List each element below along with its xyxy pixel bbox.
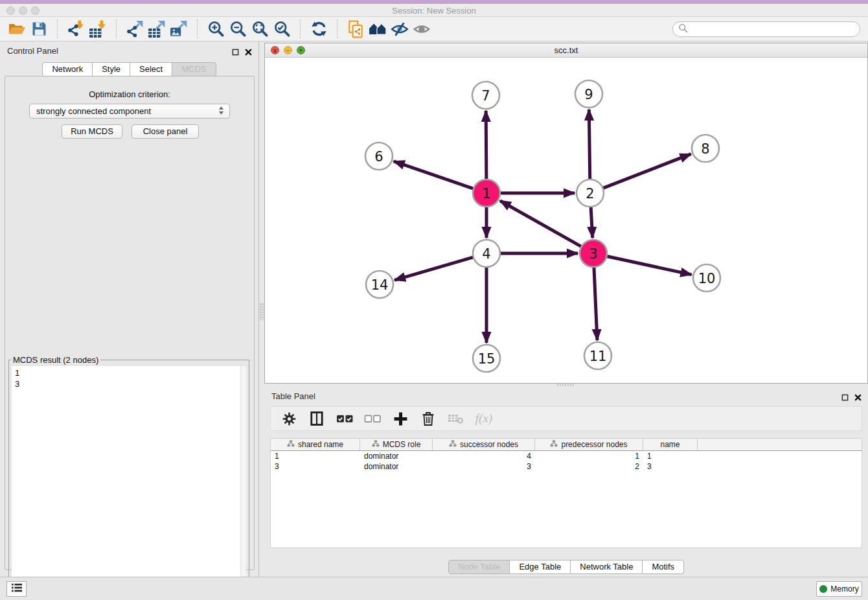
list-icon (10, 583, 23, 595)
graph-node-8[interactable]: 8 (692, 135, 719, 162)
gear-icon[interactable] (279, 409, 299, 428)
criterion-value: strongly connected component (36, 106, 151, 116)
toolbar-group (339, 19, 439, 40)
graph-node-9[interactable]: 9 (575, 80, 602, 108)
columns-icon[interactable] (307, 409, 326, 428)
duplicate-network-icon[interactable] (345, 19, 367, 40)
result-scrollbar[interactable] (240, 366, 246, 596)
tab-network[interactable]: Network (42, 62, 93, 76)
apply-layout-icon[interactable] (308, 19, 330, 40)
edge-2-8[interactable] (598, 154, 691, 190)
add-row-icon[interactable] (391, 409, 410, 428)
node-label: 8 (701, 141, 709, 157)
tab-mcds[interactable]: MCDS (172, 62, 216, 76)
tab-network-table[interactable]: Network Table (571, 560, 643, 574)
close-panel-icon[interactable] (245, 47, 252, 58)
criterion-select[interactable]: strongly connected component (29, 104, 230, 119)
deselect-all-icon[interactable] (363, 409, 382, 428)
mcds-result-text[interactable]: 1 3 (12, 366, 246, 389)
save-session-icon[interactable] (28, 19, 50, 40)
edge-3-1[interactable] (500, 201, 586, 249)
edge-3-10[interactable] (602, 255, 692, 275)
zoom-out-icon[interactable] (227, 19, 249, 40)
graph-node-14[interactable]: 14 (366, 271, 393, 298)
table-header-row: shared nameMCDS rolesuccessor nodesprede… (271, 439, 862, 451)
table-cell[interactable]: 1 (535, 451, 643, 461)
hide-panel-icon[interactable] (389, 19, 411, 40)
zoom-selected-icon[interactable] (271, 19, 293, 40)
graph-node-6[interactable]: 6 (365, 143, 393, 170)
table-cell[interactable]: 3 (433, 461, 535, 472)
table-cell[interactable]: dominator (360, 451, 433, 461)
graph-node-2[interactable]: 2 (577, 179, 604, 207)
edge-3-11[interactable] (594, 262, 597, 340)
float-panel-icon[interactable] (841, 392, 849, 404)
tab-edge-table[interactable]: Edge Table (510, 560, 571, 574)
close-panel-button[interactable]: Close panel (131, 124, 199, 139)
node-label: 11 (589, 349, 607, 364)
column-header-successor-nodes[interactable]: successor nodes (433, 439, 535, 450)
graph-node-11[interactable]: 11 (584, 342, 611, 369)
table-cell[interactable]: dominator (360, 461, 433, 472)
export-network-icon[interactable] (124, 19, 146, 40)
select-all-icon[interactable] (335, 409, 354, 428)
splitter-grip[interactable] (557, 384, 574, 386)
edge-1-6[interactable] (394, 161, 479, 190)
show-panel-icon[interactable] (411, 19, 433, 40)
open-session-icon[interactable] (6, 19, 28, 40)
column-header-predecessor-nodes[interactable]: predecessor nodes (535, 439, 643, 450)
export-image-icon[interactable] (168, 19, 190, 40)
export-table-icon[interactable] (146, 19, 168, 40)
home-icon[interactable] (367, 19, 389, 40)
edge-4-14[interactable] (394, 256, 478, 281)
table-cell[interactable]: 3 (643, 461, 698, 472)
column-header-name[interactable]: name (643, 439, 698, 450)
table-row[interactable]: 3dominator323 (271, 461, 862, 472)
column-header-MCDS-role[interactable]: MCDS role (360, 439, 433, 450)
table-cell[interactable]: 4 (433, 451, 535, 461)
node-label: 4 (482, 246, 490, 262)
tab-motifs[interactable]: Motifs (643, 560, 684, 574)
tab-select[interactable]: Select (130, 62, 172, 76)
search-input[interactable] (691, 25, 860, 34)
zoom-in-icon[interactable] (205, 19, 227, 40)
network-graph-svg: 1234678910111415 (265, 58, 867, 383)
search-box[interactable] (672, 21, 860, 37)
vertical-splitter[interactable] (259, 41, 264, 577)
graph-node-1[interactable]: 1 (473, 179, 500, 207)
table-cell[interactable]: 1 (643, 451, 698, 461)
table-panel: Table Panel f(x) shared nameMCDS rolesuc… (264, 387, 868, 577)
tab-style[interactable]: Style (93, 62, 130, 76)
graph-node-10[interactable]: 10 (693, 264, 720, 292)
table-cell[interactable]: 1 (271, 451, 360, 461)
table-row[interactable]: 1dominator411 (271, 451, 862, 461)
table-cell[interactable]: 2 (535, 461, 643, 472)
toolbar-group (199, 19, 299, 40)
float-panel-icon[interactable] (232, 47, 239, 58)
node-label: 7 (481, 88, 490, 104)
network-window-titlebar[interactable]: x − + scc.txt (265, 43, 867, 58)
close-panel-icon[interactable] (854, 392, 862, 404)
splitter-grip[interactable] (260, 303, 264, 320)
memory-button[interactable]: Memory (816, 581, 862, 597)
table-cell[interactable]: 3 (271, 461, 360, 472)
graph-node-4[interactable]: 4 (473, 240, 500, 267)
network-canvas[interactable]: 1234678910111415 (265, 58, 867, 383)
trash-icon[interactable] (418, 409, 438, 428)
graph-node-3[interactable]: 3 (580, 240, 607, 267)
table-panel-title: Table Panel (271, 391, 315, 401)
zoom-fit-icon[interactable] (249, 19, 271, 40)
edge-2-9[interactable] (589, 110, 590, 185)
tab-node-table[interactable]: Node Table (448, 560, 510, 574)
toolbar-separator (197, 19, 198, 39)
import-table-icon[interactable] (87, 19, 109, 40)
import-network-icon[interactable] (65, 19, 87, 40)
edge-1-7[interactable] (486, 111, 486, 185)
task-history-button[interactable] (6, 581, 27, 597)
graph-node-7[interactable]: 7 (472, 82, 499, 109)
run-mcds-button[interactable]: Run MCDS (62, 124, 122, 139)
toolbar-group (302, 19, 336, 40)
mcds-result-title: MCDS result (2 nodes) (11, 355, 100, 365)
graph-node-15[interactable]: 15 (473, 345, 500, 372)
column-header-shared-name[interactable]: shared name (271, 439, 360, 450)
